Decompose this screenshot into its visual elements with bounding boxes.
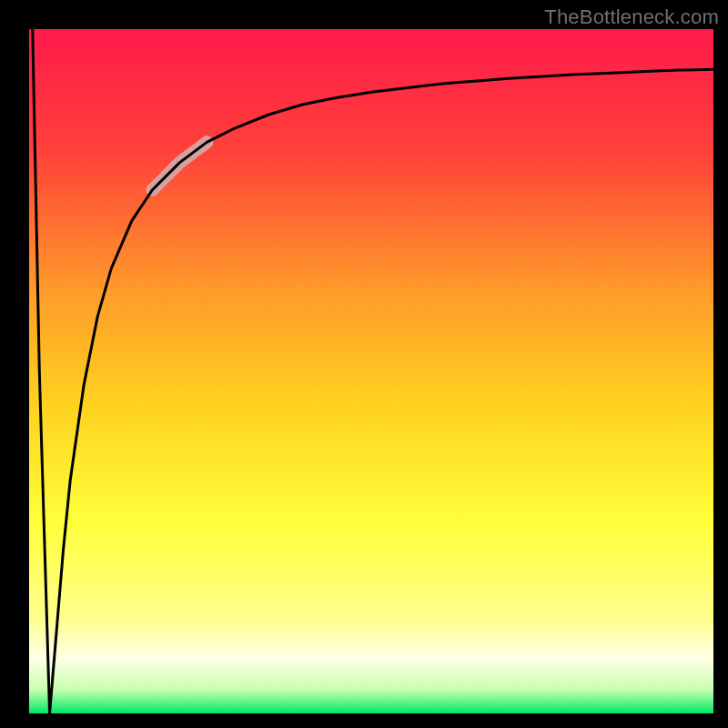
plot-area	[29, 29, 713, 713]
watermark-text: TheBottleneck.com	[544, 5, 719, 29]
gradient-background	[29, 29, 713, 713]
chart-svg	[29, 29, 713, 713]
chart-frame: TheBottleneck.com	[0, 0, 728, 728]
